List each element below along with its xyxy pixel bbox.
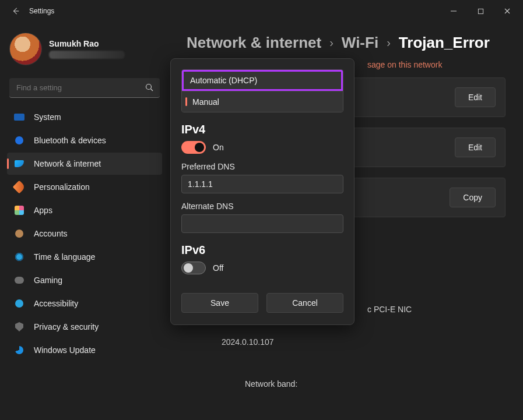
nav-item-network[interactable]: Network & internet [7, 153, 162, 175]
apps-icon [15, 206, 24, 215]
breadcrumb-wifi[interactable]: Wi-Fi [342, 34, 378, 52]
nav-item-time[interactable]: Time & language [7, 246, 162, 268]
preferred-dns-input[interactable] [181, 175, 343, 193]
preferred-dns-label: Preferred DNS [181, 162, 343, 171]
breadcrumb: Network & internet › Wi-Fi › Trojan_Erro… [187, 34, 506, 52]
nav-item-privacy[interactable]: Privacy & security [7, 316, 162, 338]
update-icon [15, 346, 23, 354]
nav-label: Gaming [34, 276, 62, 285]
close-button[interactable] [494, 0, 521, 22]
nav-label: System [34, 112, 61, 122]
nav-label: Accounts [34, 229, 68, 238]
maximize-button[interactable] [467, 0, 494, 22]
chevron-right-icon: › [329, 36, 334, 50]
nav-item-personalization[interactable]: Personalization [7, 176, 162, 198]
app-title: Settings [29, 7, 54, 15]
titlebar: Settings [0, 0, 523, 22]
nav-label: Privacy & security [34, 322, 99, 331]
search-box[interactable] [9, 78, 160, 98]
dns-mode-dropdown[interactable]: Automatic (DHCP) Manual [181, 69, 343, 112]
ipv6-heading: IPv6 [181, 243, 343, 257]
copy-button[interactable]: Copy [450, 188, 496, 207]
dropdown-option-automatic[interactable]: Automatic (DHCP) [182, 70, 343, 91]
profile-email-redacted [49, 51, 125, 59]
nav-item-bluetooth[interactable]: Bluetooth & devices [7, 129, 162, 151]
accessibility-icon [15, 299, 23, 308]
nav-item-system[interactable]: System [7, 106, 162, 128]
minimize-button[interactable] [440, 0, 467, 22]
search-icon [145, 83, 154, 92]
nav-label: Time & language [34, 252, 95, 262]
alternate-dns-label: Alternate DNS [181, 202, 343, 211]
nav-label: Accessibility [34, 299, 78, 308]
breadcrumb-current: Trojan_Error [399, 34, 490, 52]
profile-name: Sumukh Rao [49, 39, 125, 48]
gamepad-icon [15, 277, 24, 284]
bluetooth-icon [15, 136, 23, 144]
nav-item-update[interactable]: Windows Update [7, 339, 162, 361]
back-button[interactable] [2, 0, 29, 22]
breadcrumb-root[interactable]: Network & internet [187, 34, 321, 52]
avatar [9, 33, 42, 65]
nav-label: Personalization [34, 182, 90, 192]
nav-label: Apps [34, 206, 52, 215]
svg-point-1 [146, 84, 152, 90]
wifi-icon [15, 160, 24, 167]
chevron-right-icon: › [387, 36, 391, 50]
nav-item-accounts[interactable]: Accounts [7, 223, 162, 245]
network-band-label: Network band: [187, 379, 506, 389]
edit-dns-button[interactable]: Edit [455, 137, 496, 157]
close-icon [504, 8, 511, 15]
cancel-button[interactable]: Cancel [266, 293, 343, 313]
nav-label: Windows Update [34, 345, 96, 355]
ipv6-toggle-label: Off [213, 263, 223, 273]
alternate-dns-input[interactable] [181, 214, 343, 233]
edit-dns-dialog: Automatic (DHCP) Manual IPv4 On Preferre… [170, 58, 354, 325]
ipv4-toggle[interactable] [181, 141, 206, 154]
arrow-left-icon [12, 7, 20, 15]
globe-clock-icon [15, 253, 23, 261]
nav-list: System Bluetooth & devices Network & int… [7, 106, 162, 361]
shield-icon [15, 322, 23, 331]
nav-item-gaming[interactable]: Gaming [7, 269, 162, 291]
ipv4-toggle-label: On [213, 143, 224, 152]
system-icon [14, 114, 24, 121]
ipv4-heading: IPv4 [181, 123, 343, 136]
ipv6-toggle[interactable] [181, 262, 206, 274]
nav-item-apps[interactable]: Apps [7, 199, 162, 221]
edit-ip-button[interactable]: Edit [455, 87, 496, 107]
person-icon [15, 230, 23, 238]
nav-label: Network & internet [34, 159, 101, 168]
svg-rect-0 [478, 9, 483, 13]
sidebar: Sumukh Rao System Bluetooth & devices Ne… [0, 22, 169, 361]
nav-label: Bluetooth & devices [34, 136, 106, 145]
nav-item-accessibility[interactable]: Accessibility [7, 292, 162, 315]
search-input[interactable] [9, 78, 160, 98]
driver-version: 2024.0.10.107 [187, 337, 506, 347]
dropdown-option-manual[interactable]: Manual [182, 91, 343, 112]
save-button[interactable]: Save [181, 293, 258, 313]
maximize-icon [478, 8, 484, 15]
profile-block[interactable]: Sumukh Rao [7, 28, 162, 77]
minimize-icon [450, 8, 457, 15]
paintbrush-icon [13, 181, 26, 194]
